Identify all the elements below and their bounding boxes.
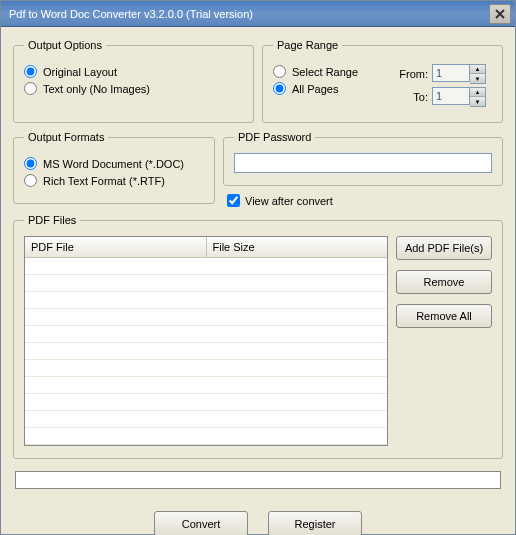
table-row[interactable] [25,342,387,359]
view-after-option[interactable]: View after convert [227,194,503,207]
register-button[interactable]: Register [268,511,362,535]
app-window: Pdf to Word Doc Converter v3.2.0.0 (Tria… [0,0,516,535]
output-options-legend: Output Options [24,39,106,51]
add-pdf-button[interactable]: Add PDF File(s) [396,236,492,260]
close-button[interactable] [489,4,511,24]
output-options-group: Output Options Original Layout Text only… [13,39,254,123]
all-pages-option[interactable]: All Pages [273,82,392,95]
rtf-format-label: Rich Text Format (*.RTF) [43,175,165,187]
col-header-file[interactable]: PDF File [25,237,206,257]
titlebar: Pdf to Word Doc Converter v3.2.0.0 (Tria… [1,1,515,27]
to-input[interactable] [432,87,470,105]
text-only-option[interactable]: Text only (No Images) [24,82,243,95]
output-formats-group: Output Formats MS Word Document (*.DOC) … [13,131,215,204]
view-after-checkbox[interactable] [227,194,240,207]
to-spin-down[interactable]: ▼ [470,97,485,106]
remove-all-button[interactable]: Remove All [396,304,492,328]
doc-format-radio[interactable] [24,157,37,170]
original-layout-label: Original Layout [43,66,117,78]
select-range-label: Select Range [292,66,358,78]
select-range-radio[interactable] [273,65,286,78]
doc-format-option[interactable]: MS Word Document (*.DOC) [24,157,204,170]
progress-bar [15,471,501,489]
convert-button[interactable]: Convert [154,511,248,535]
from-input[interactable] [432,64,470,82]
pdf-password-group: PDF Password [223,131,503,186]
content-area: Output Options Original Layout Text only… [1,27,515,535]
text-only-radio[interactable] [24,82,37,95]
table-row[interactable] [25,274,387,291]
doc-format-label: MS Word Document (*.DOC) [43,158,184,170]
rtf-format-option[interactable]: Rich Text Format (*.RTF) [24,174,204,187]
text-only-label: Text only (No Images) [43,83,150,95]
table-row[interactable] [25,257,387,274]
to-label: To: [392,91,428,103]
page-range-legend: Page Range [273,39,342,51]
view-after-label: View after convert [245,195,333,207]
table-row[interactable] [25,376,387,393]
all-pages-radio[interactable] [273,82,286,95]
original-layout-option[interactable]: Original Layout [24,65,243,78]
page-range-group: Page Range Select Range All Pages [262,39,503,123]
pdf-files-legend: PDF Files [24,214,80,226]
table-row[interactable] [25,393,387,410]
select-range-option[interactable]: Select Range [273,65,392,78]
table-row[interactable] [25,325,387,342]
pdf-password-legend: PDF Password [234,131,315,143]
all-pages-label: All Pages [292,83,338,95]
from-spin-up[interactable]: ▲ [470,65,485,74]
close-icon [495,9,505,19]
pdf-password-input[interactable] [234,153,492,173]
table-row[interactable] [25,291,387,308]
table-row[interactable] [25,427,387,444]
table-row[interactable] [25,410,387,427]
output-formats-legend: Output Formats [24,131,108,143]
app-title: Pdf to Word Doc Converter v3.2.0.0 (Tria… [9,8,489,20]
remove-button[interactable]: Remove [396,270,492,294]
rtf-format-radio[interactable] [24,174,37,187]
file-table-container[interactable]: PDF File File Size [24,236,388,446]
pdf-files-group: PDF Files PDF File File Size [13,214,503,459]
from-spin-down[interactable]: ▼ [470,74,485,83]
col-header-size[interactable]: File Size [206,237,387,257]
table-row[interactable] [25,308,387,325]
original-layout-radio[interactable] [24,65,37,78]
from-label: From: [392,68,428,80]
to-spin-up[interactable]: ▲ [470,88,485,97]
file-table: PDF File File Size [25,237,387,445]
table-row[interactable] [25,359,387,376]
